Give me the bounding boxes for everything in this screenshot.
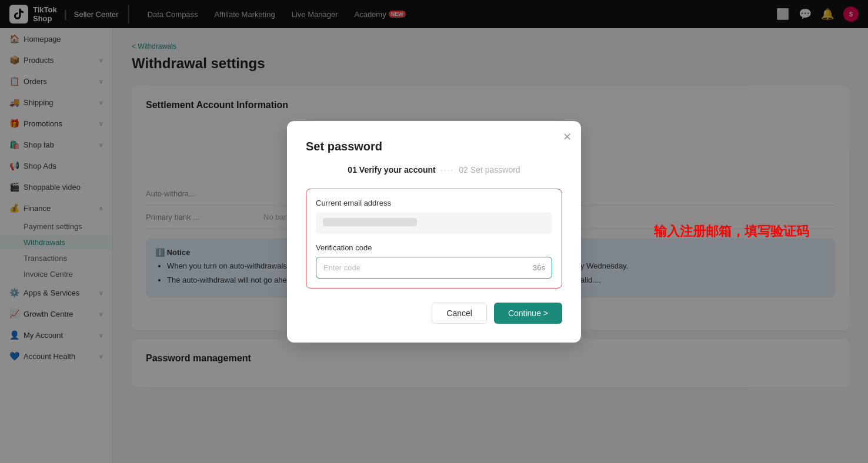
step-2-label: 02 Set password	[459, 165, 520, 175]
email-blur-placeholder	[323, 218, 417, 226]
step-separator: ····	[440, 165, 455, 175]
verification-code-input[interactable]	[316, 257, 552, 279]
modal-overlay[interactable]: ✕ Set password 01 Verify your account ··…	[0, 0, 868, 463]
email-field-label: Current email address	[316, 199, 552, 207]
modal-fields-box: Current email address Verification code …	[306, 189, 562, 288]
set-password-modal: ✕ Set password 01 Verify your account ··…	[287, 121, 581, 343]
modal-title: Set password	[306, 140, 562, 153]
verification-input-wrapper: 36s	[316, 257, 552, 279]
countdown-timer: 36s	[533, 263, 545, 272]
modal-actions: Cancel Continue >	[306, 303, 562, 324]
continue-button[interactable]: Continue >	[494, 303, 562, 324]
cancel-button[interactable]: Cancel	[432, 303, 487, 324]
step-1-label: 01 Verify your account	[348, 165, 435, 175]
modal-steps: 01 Verify your account ···· 02 Set passw…	[306, 165, 562, 175]
email-display	[316, 212, 552, 234]
verification-code-label: Verification code	[316, 243, 552, 252]
modal-close-button[interactable]: ✕	[563, 130, 572, 143]
